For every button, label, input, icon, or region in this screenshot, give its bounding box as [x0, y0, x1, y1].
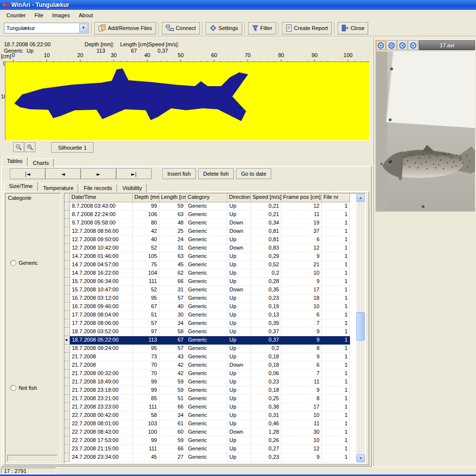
table-row[interactable]: ►18.7.2008 05:22:0011367GenericUp0,3791: [64, 336, 365, 345]
table-row[interactable]: 14.7.2008 04:57:007545GenericUp0,52211: [64, 261, 365, 269]
nav-last-button[interactable]: ►|: [116, 168, 152, 179]
toolbar-filter-button[interactable]: Filter: [248, 22, 276, 34]
nav-first-button[interactable]: |◄: [10, 168, 45, 179]
chevron-down-icon[interactable]: ▼: [79, 24, 88, 32]
table-row[interactable]: 21.7.2008 23:18:009959GenericUp0,1891: [64, 386, 365, 395]
tab-tables[interactable]: Tables: [2, 157, 28, 166]
table-row[interactable]: 12.7.2008 09:50:004024GenericUp0,8161: [64, 236, 365, 244]
title-bar[interactable]: WinAri - Tungulækur: [0, 0, 476, 10]
table-row[interactable]: 14.7.2008 16:22:0010462GenericUp0,2101: [64, 269, 365, 278]
video-play-button[interactable]: [376, 40, 386, 50]
cell-filenr: 1: [322, 278, 350, 286]
tab-size-time[interactable]: Size/Time: [4, 182, 38, 191]
toolbar-settings-button[interactable]: Settings: [206, 22, 242, 34]
menu-file[interactable]: File: [30, 11, 48, 19]
vertical-splitter[interactable]: [372, 37, 374, 466]
cell-category: Generic: [186, 428, 227, 437]
h-ruler-label: 90: [312, 52, 317, 58]
nav-next-button[interactable]: ►: [81, 168, 116, 179]
cell-filenr: 1: [322, 336, 350, 345]
tab-file-records[interactable]: File records: [79, 184, 117, 192]
silhouette-1-button[interactable]: Silhouette 1: [51, 142, 94, 153]
column-header-direction[interactable]: Direction: [227, 193, 251, 202]
table-row[interactable]: 12.7.2008 10:42:005231GenericDown0,83121: [64, 244, 365, 253]
table-row[interactable]: 12.7.2008 08:56:004225GenericDown0,81371: [64, 227, 365, 236]
video-previous-frame-button[interactable]: [397, 40, 408, 50]
scrollbar-thumb[interactable]: [356, 312, 365, 341]
table-row[interactable]: 22.7.2008 08:43:0010060GenericDown1,2830…: [64, 428, 365, 437]
toolbar-separator: [91, 22, 92, 34]
cell-speed: 0,35: [251, 286, 282, 294]
column-header-category[interactable]: Category: [186, 193, 227, 202]
tab-visibility[interactable]: Visibility: [118, 184, 147, 192]
toolbar-add-remove-files-button[interactable]: Add/Remove Files: [95, 22, 156, 34]
delete-fish-button[interactable]: Delete fish: [198, 168, 234, 179]
scrollbar-up-arrow-icon[interactable]: ▲: [356, 194, 365, 202]
cell-datetime: 18.7.2008 09:24:00: [70, 345, 133, 353]
toolbar-create-report-button[interactable]: Create Report: [282, 22, 332, 34]
tab-temperature[interactable]: Temperature: [38, 184, 79, 192]
table-row[interactable]: 22.7.2008 08:01:0010361GenericUp0,46111: [64, 420, 365, 428]
menu-about[interactable]: About: [74, 11, 97, 19]
h-ruler-label: 0: [12, 52, 15, 58]
column-header-framepos[interactable]: Frame pos [cm]: [282, 193, 322, 202]
table-row[interactable]: 9.7.2008 05:58:008048GenericDown0,34191: [64, 219, 365, 227]
insert-fish-button[interactable]: Insert fish: [162, 168, 196, 179]
table-scrollbar[interactable]: ▲ ▼: [356, 194, 365, 462]
table-row[interactable]: 24.7.2008 23:34:004527GenericUp0,2391: [64, 453, 365, 462]
table-row[interactable]: 22.7.2008 00:42:005834GenericUp0,31101: [64, 412, 365, 420]
table-row[interactable]: 17.7.2008 08:04:005130GenericUp0,1361: [64, 311, 365, 319]
nav-previous-button[interactable]: ◄: [45, 168, 81, 179]
table-row[interactable]: 22.7.2008 17:53:009959GenericUp0,26101: [64, 437, 365, 445]
row-indicator: [64, 428, 70, 437]
table-row[interactable]: 18.7.2008 09:24:009557GenericUp0,281: [64, 345, 365, 353]
table-row[interactable]: 21.7.2008 18:49:009959GenericUp0,23111: [64, 378, 365, 386]
table-row[interactable]: 23.7.2008 21:15:0011166GenericUp0,27121: [64, 445, 365, 453]
menu-bar: CounterFileImagesAbout: [0, 10, 476, 20]
tab-charts[interactable]: Charts: [28, 159, 54, 167]
counter-select[interactable]: Tungulækur ▼: [4, 23, 89, 33]
h-ruler-label: 20: [77, 52, 83, 58]
zoom-out-button[interactable]: [13, 142, 24, 152]
table-row[interactable]: 15.7.2008 06:34:0011166GenericUp0,2891: [64, 278, 365, 286]
table-row[interactable]: 21.7.2008 23:23:0011166GenericUp0,38171: [64, 403, 365, 412]
column-header-datetime[interactable]: Date/Time: [70, 193, 133, 202]
cell-speed: 0,21: [251, 211, 282, 219]
cell-framepos: 8: [282, 345, 322, 353]
column-header-depth[interactable]: Depth [mm]: [133, 193, 159, 202]
toolbar-close-button[interactable]: Close: [338, 22, 368, 34]
table-row[interactable]: 18.7.2008 03:52:009758GenericUp0,3791: [64, 328, 365, 336]
menu-images[interactable]: Images: [48, 11, 74, 19]
table-row[interactable]: 15.7.2008 10:47:005231GenericDown0,35171: [64, 286, 365, 294]
cell-depth: 51: [133, 311, 159, 319]
table-row[interactable]: 21.7.20087343GenericUp0,1891: [64, 353, 365, 361]
cell-length: 63: [159, 211, 186, 219]
video-pause-button[interactable]: [386, 40, 397, 50]
cell-depth: 106: [133, 211, 159, 219]
table-row[interactable]: 21.7.20087042GenericDown0,1861: [64, 361, 365, 370]
cell-category: Generic: [186, 412, 227, 420]
video-title: 17.avi: [419, 40, 475, 50]
table-row[interactable]: 16.7.2008 03:12:009557GenericUp0,23181: [64, 294, 365, 303]
video-next-frame-button[interactable]: [408, 40, 418, 50]
go-to-date-button[interactable]: Go to date: [236, 168, 271, 179]
zoom-in-icon: [27, 144, 33, 151]
toolbar-connect-button[interactable]: Connect: [162, 22, 200, 34]
table-row[interactable]: 17.7.2008 08:06:005734GenericUp0,3971: [64, 319, 365, 328]
cell-speed: 0,31: [251, 412, 282, 420]
radio-not-fish[interactable]: Not fish: [10, 385, 37, 391]
zoom-in-button[interactable]: [25, 142, 35, 152]
table-row[interactable]: 16.7.2008 09:46:006740GenericUp0,19101: [64, 303, 365, 311]
column-header-filenr[interactable]: File nr: [322, 193, 350, 202]
radio-generic[interactable]: Generic: [10, 260, 38, 266]
scrollbar-down-arrow-icon[interactable]: ▼: [356, 454, 365, 462]
column-header-speed[interactable]: Speed [m/s]: [251, 193, 282, 202]
table-row[interactable]: 21.7.2008 23:21:008551GenericUp0,2581: [64, 395, 365, 403]
table-row[interactable]: 8.7.2008 22:24:0010663GenericUp0,21111: [64, 211, 365, 219]
table-row[interactable]: 8.7.2008 03:43:009959GenericUp0,21121: [64, 202, 365, 211]
table-row[interactable]: 21.7.2008 00:32:007042GenericUp0,0671: [64, 370, 365, 378]
column-header-length[interactable]: Length [cm]: [159, 193, 186, 202]
menu-counter[interactable]: Counter: [2, 11, 30, 19]
cell-category: Generic: [186, 236, 227, 244]
table-row[interactable]: 14.7.2008 01:46:0010563GenericUp0,2991: [64, 253, 365, 261]
